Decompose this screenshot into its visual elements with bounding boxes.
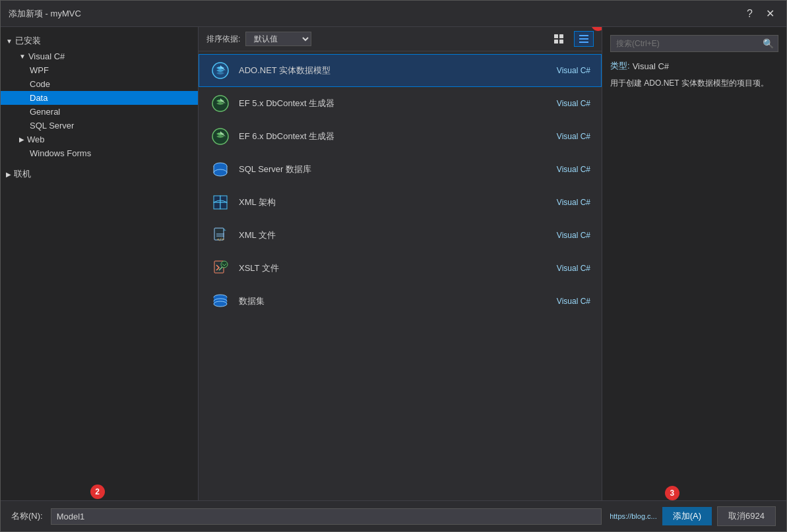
list-item-xml-file[interactable]: </> XML 文件 Visual C# <box>199 219 602 252</box>
sort-select[interactable]: 默认值 名称 类型 <box>245 32 311 46</box>
list-item-ef5[interactable]: EF 5.x DbContext 生成器 Visual C# <box>199 87 602 120</box>
web-chevron: ▶ <box>19 136 24 143</box>
list-item-ef6[interactable]: EF 6.x DbContext 生成器 Visual C# <box>199 120 602 153</box>
online-chevron: ▶ <box>6 171 11 178</box>
toolbar-row: 排序依据: 默认值 名称 类型 <box>199 27 602 51</box>
sql-server-type: Visual C# <box>538 165 590 174</box>
dataset-icon <box>210 291 231 312</box>
visual-csharp-chevron: ▼ <box>19 53 26 60</box>
online-section-header[interactable]: ▶ 联机 <box>1 165 198 183</box>
svg-rect-3 <box>559 40 563 44</box>
ado-net-type: Visual C# <box>538 66 590 75</box>
xml-schema-icon <box>210 192 231 213</box>
xslt-file-type: Visual C# <box>538 264 590 273</box>
title-bar: 添加新项 - myMVC ? ✕ <box>1 1 786 27</box>
xml-schema-name: XML 架构 <box>239 196 538 208</box>
installed-section-header[interactable]: ▼ 已安装 <box>1 32 198 49</box>
visual-csharp-section[interactable]: ▼ Visual C# <box>1 49 198 63</box>
close-button[interactable]: ✕ <box>762 6 778 21</box>
bottom-right: https://blog.c... 添加(A) 3 取消6924 <box>610 506 776 526</box>
main-content: ▼ 已安装 ▼ Visual C# WPF Code Data General … <box>1 27 786 500</box>
ado-net-name: ADO.NET 实体数据模型 <box>239 65 538 76</box>
sidebar-item-code[interactable]: Code <box>1 77 198 91</box>
sort-label: 排序依据: <box>206 34 240 45</box>
type-info-row: 类型: Visual C# <box>610 60 778 72</box>
visual-csharp-label: Visual C# <box>28 51 65 61</box>
right-panel: 🔍 类型: Visual C# 用于创建 ADO.NET 实体数据模型的项目项。 <box>602 27 786 500</box>
list-item-ado-net[interactable]: ADO.NET 实体数据模型 Visual C# <box>199 54 602 87</box>
installed-chevron: ▼ <box>6 38 13 45</box>
title-buttons: ? ✕ <box>743 6 778 21</box>
sidebar-item-sql-server[interactable]: SQL Server <box>1 119 198 133</box>
list-view-button[interactable] <box>574 31 594 47</box>
xml-file-name: XML 文件 <box>239 229 538 241</box>
ado-net-icon <box>210 60 231 81</box>
type-label: 类型: <box>610 60 630 72</box>
sql-server-name: SQL Server 数据库 <box>239 163 538 175</box>
name-input[interactable] <box>51 508 602 525</box>
xslt-file-name: XSLT 文件 <box>239 262 538 274</box>
left-panel: ▼ 已安装 ▼ Visual C# WPF Code Data General … <box>1 27 199 500</box>
grid-icon <box>553 34 564 44</box>
svg-rect-15 <box>214 202 220 209</box>
svg-rect-16 <box>220 202 227 209</box>
ef5-name: EF 5.x DbContext 生成器 <box>239 98 538 109</box>
sidebar-item-wpf[interactable]: WPF <box>1 63 198 77</box>
installed-label: 已安装 <box>15 35 41 47</box>
svg-rect-0 <box>554 34 558 38</box>
center-panel: 排序依据: 默认值 名称 类型 <box>199 27 602 500</box>
list-item-sql-server[interactable]: SQL Server 数据库 Visual C# <box>199 153 602 186</box>
xslt-file-icon <box>210 258 231 279</box>
xml-file-type: Visual C# <box>538 231 590 240</box>
svg-text:</>: </> <box>217 237 224 241</box>
sidebar-item-data[interactable]: Data <box>1 91 198 105</box>
list-icon <box>579 34 589 44</box>
svg-point-23 <box>221 261 228 268</box>
dialog-window: 添加新项 - myMVC ? ✕ ▼ 已安装 ▼ Visual C# WPF C… <box>0 0 787 532</box>
list-item-xml-schema[interactable]: XML 架构 Visual C# <box>199 186 602 219</box>
svg-rect-1 <box>559 34 563 38</box>
grid-view-button[interactable] <box>549 31 569 47</box>
svg-rect-6 <box>579 42 588 43</box>
ef5-type: Visual C# <box>538 99 590 108</box>
search-button[interactable]: 🔍 <box>759 36 778 51</box>
cancel-button[interactable]: 取消6924 <box>717 506 776 526</box>
svg-rect-4 <box>579 35 588 36</box>
dataset-type: Visual C# <box>538 297 590 306</box>
items-list: ADO.NET 实体数据模型 Visual C# EF 5.x DbContex… <box>199 51 602 500</box>
svg-rect-14 <box>220 196 227 202</box>
dataset-name: 数据集 <box>239 295 538 307</box>
svg-point-12 <box>214 169 227 176</box>
sql-server-icon <box>210 159 231 180</box>
url-hint: https://blog.c... <box>610 512 657 520</box>
type-value: Visual C# <box>633 61 669 71</box>
list-item-dataset[interactable]: 数据集 Visual C# <box>199 285 602 318</box>
web-label: Web <box>27 134 45 144</box>
list-item-xslt-file[interactable]: XSLT 文件 Visual C# <box>199 252 602 285</box>
add-button[interactable]: 添加(A) <box>662 507 712 525</box>
svg-rect-13 <box>214 196 220 202</box>
xml-schema-type: Visual C# <box>538 198 590 207</box>
window-title: 添加新项 - myMVC <box>9 8 81 20</box>
svg-point-28 <box>214 301 227 307</box>
ef5-icon <box>210 93 231 114</box>
xml-file-icon: </> <box>210 225 231 246</box>
search-input[interactable] <box>611 36 759 51</box>
help-button[interactable]: ? <box>743 7 757 21</box>
bottom-bar: 名称(N): 2 https://blog.c... 添加(A) 3 取消692… <box>1 500 786 531</box>
name-label: 名称(N): <box>11 510 43 522</box>
search-row: 🔍 <box>610 35 778 52</box>
description-text: 用于创建 ADO.NET 实体数据模型的项目项。 <box>610 77 778 89</box>
svg-rect-2 <box>554 40 558 44</box>
ef6-icon <box>210 126 231 147</box>
ef6-type: Visual C# <box>538 132 590 141</box>
svg-rect-5 <box>579 38 588 40</box>
sidebar-item-general[interactable]: General <box>1 105 198 119</box>
sidebar-item-web[interactable]: ▶ Web <box>1 133 198 146</box>
online-label: 联机 <box>14 168 31 180</box>
sidebar-item-windows-forms[interactable]: Windows Forms <box>1 146 198 160</box>
ef6-name: EF 6.x DbContext 生成器 <box>239 131 538 142</box>
